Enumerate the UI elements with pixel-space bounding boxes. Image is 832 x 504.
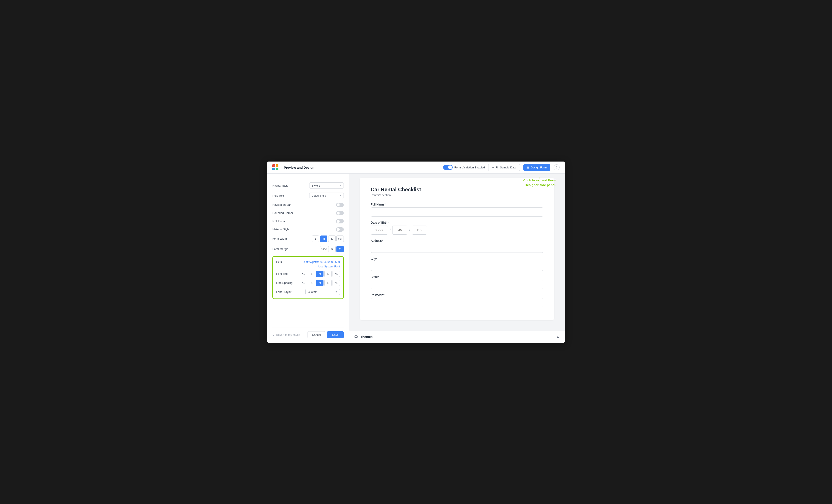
rounded-corner-toggle[interactable] <box>336 211 344 215</box>
city-label: City* <box>371 257 543 261</box>
navigation-bar-label: Navigation Bar <box>272 203 291 206</box>
form-title: Car Rental Checklist <box>371 187 543 192</box>
form-field-postcode: Postcode* <box>371 293 543 307</box>
navigation-bar-toggle[interactable] <box>336 203 344 207</box>
postcode-input[interactable] <box>371 298 543 307</box>
expand-hint[interactable]: Click to expand Form Designer side panel… <box>523 178 556 188</box>
help-text-row: Help Text Below Field ▼ <box>272 192 344 199</box>
validation-label: Form Validation Enabled <box>454 166 485 169</box>
font-section: Font Outfit:wght@300;400;500;600 Use Sys… <box>272 256 344 299</box>
form-subtitle: Renter's section <box>371 193 543 197</box>
form-validation-toggle[interactable] <box>443 165 453 170</box>
header-left: Preview and Design <box>272 164 314 170</box>
form-margin-s[interactable]: S <box>328 246 336 252</box>
form-field-dob: Date of Birth* / / <box>371 221 543 235</box>
chevron-up-icon: ▲ <box>556 335 560 339</box>
fill-sample-data-button[interactable]: ✏ Fill Sample Data <box>488 164 520 171</box>
form-field-address: Address* <box>371 239 543 253</box>
state-label: State* <box>371 275 543 278</box>
pencil-icon: ✏ <box>492 166 494 169</box>
line-spacing-xs[interactable]: XS <box>300 280 307 286</box>
navbar-style-select[interactable]: Style 2 ▼ <box>309 182 344 189</box>
form-field-state: State* <box>371 275 543 289</box>
cancel-button[interactable]: Cancel <box>308 331 325 338</box>
dob-label: Date of Birth* <box>371 221 543 224</box>
chevron-down-icon: ▼ <box>335 291 338 293</box>
font-value: Outfit:wght@300;400;500;600 <box>303 260 340 264</box>
form-field-city: City* <box>371 257 543 271</box>
form-width-l[interactable]: L <box>328 236 336 242</box>
form-margin-group: None S M <box>320 246 344 252</box>
panel-footer: ↺ Revert to my saved Cancel Save <box>272 327 344 338</box>
line-spacing-xl[interactable]: XL <box>333 280 340 286</box>
line-spacing-m[interactable]: M <box>316 280 323 286</box>
help-text-select[interactable]: Below Field ▼ <box>309 192 344 199</box>
dob-month[interactable] <box>392 226 407 235</box>
date-sep-2: / <box>407 228 412 232</box>
font-size-xs[interactable]: XS <box>300 271 307 277</box>
panel-separator <box>272 178 344 178</box>
dob-day[interactable] <box>412 226 427 235</box>
label-layout-select[interactable]: Custom ▼ <box>305 289 340 295</box>
line-spacing-s[interactable]: S <box>308 280 315 286</box>
logo-green <box>276 168 279 170</box>
date-sep-1: / <box>388 228 392 232</box>
expand-hint-line2: Designer side panel. <box>523 183 556 188</box>
header-right: Form Validation Enabled ✏ Fill Sample Da… <box>443 164 560 171</box>
address-label: Address* <box>371 239 543 242</box>
full-name-label: Full Name* <box>371 203 543 206</box>
line-spacing-l[interactable]: L <box>324 280 332 286</box>
dob-year[interactable] <box>371 226 388 235</box>
use-system-font-link[interactable]: Use System Font <box>318 265 340 268</box>
logo-red <box>272 164 275 167</box>
form-width-label: Form Width <box>272 237 287 240</box>
form-preview: Car Rental Checklist Renter's section Fu… <box>360 178 554 320</box>
font-size-s[interactable]: S <box>308 271 315 277</box>
logo-yellow <box>276 164 279 167</box>
font-row: Font Outfit:wght@300;400;500;600 Use Sys… <box>276 260 340 268</box>
design-form-button[interactable]: ▦ Design Form <box>523 164 550 171</box>
state-input[interactable] <box>371 280 543 289</box>
form-margin-none[interactable]: None <box>320 246 328 252</box>
form-width-row: Form Width S M L Full <box>272 236 344 242</box>
themes-bar[interactable]: 🖼 Themes ▲ <box>349 330 565 343</box>
form-margin-m[interactable]: M <box>336 246 344 252</box>
rounded-corner-label: Rounded Corner <box>272 211 293 215</box>
header-divider <box>281 165 281 169</box>
navbar-style-row: Navbar Style Style 2 ▼ <box>272 182 344 189</box>
date-inputs: / / <box>371 226 543 235</box>
main-content: Navbar Style Style 2 ▼ Help Text Below F… <box>267 174 565 343</box>
city-input[interactable] <box>371 262 543 271</box>
themes-icon: 🖼 <box>354 335 358 339</box>
revert-icon: ↺ <box>272 333 275 337</box>
expand-hint-line1: Click to expand Form <box>523 178 556 183</box>
font-size-l[interactable]: L <box>324 271 332 277</box>
line-spacing-label: Line Spacing <box>276 281 292 285</box>
address-input[interactable] <box>371 244 543 253</box>
form-width-full[interactable]: Full <box>336 236 344 242</box>
full-name-input[interactable] <box>371 208 543 216</box>
layout-icon: ▦ <box>527 166 529 169</box>
header-title: Preview and Design <box>284 166 314 169</box>
font-label: Font <box>276 260 282 263</box>
form-width-s[interactable]: S <box>312 236 319 242</box>
revert-button: ↺ Revert to my saved <box>272 333 300 337</box>
help-button[interactable]: ? <box>553 164 560 170</box>
themes-label: Themes <box>360 335 373 339</box>
form-width-m[interactable]: M <box>320 236 328 242</box>
validation-toggle-group: Form Validation Enabled <box>443 165 485 170</box>
navbar-style-label: Navbar Style <box>272 184 288 187</box>
label-layout-row: Label Layout Custom ▼ <box>276 289 340 295</box>
save-button[interactable]: Save <box>327 331 344 338</box>
right-area: Click to expand Form Designer side panel… <box>349 174 565 343</box>
navigation-bar-row: Navigation Bar <box>272 203 344 207</box>
font-size-xl[interactable]: XL <box>333 271 340 277</box>
font-size-m[interactable]: M <box>316 271 323 277</box>
line-spacing-row: Line Spacing XS S M L XL <box>276 280 340 286</box>
font-size-label: Font size <box>276 272 288 275</box>
app-container: Preview and Design Form Validation Enabl… <box>267 162 565 343</box>
line-spacing-group: XS S M L XL <box>300 280 340 286</box>
logo <box>272 164 279 170</box>
material-style-toggle[interactable] <box>336 227 344 232</box>
rtl-form-toggle[interactable] <box>336 219 344 223</box>
